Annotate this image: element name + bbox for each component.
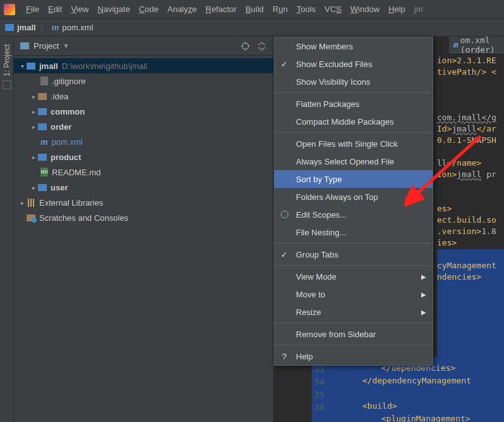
menu-file[interactable]: File bbox=[22, 0, 44, 19]
project-panel-header: Project ▼ bbox=[14, 37, 273, 56]
tree-item-pom[interactable]: mpom.xml bbox=[14, 134, 273, 149]
tree-external-libraries[interactable]: ▸External Libraries bbox=[14, 195, 273, 210]
structure-tool-button[interactable] bbox=[3, 80, 11, 89]
project-panel-title[interactable]: Project bbox=[34, 41, 59, 51]
project-icon bbox=[20, 42, 29, 49]
editor-tab-label: om.xml (order) bbox=[460, 37, 504, 54]
chevron-down-icon[interactable]: ▼ bbox=[63, 42, 69, 49]
menu-file-nesting[interactable]: File Nesting... bbox=[274, 223, 433, 241]
tree-root[interactable]: ▾ jmall D:\work\me\github\jmall bbox=[14, 58, 273, 73]
module-icon bbox=[38, 108, 47, 115]
tree-item-idea[interactable]: ▸.idea bbox=[14, 89, 273, 104]
gutter-line-36: 36 bbox=[305, 402, 324, 412]
menu-resize[interactable]: Resize▶ bbox=[274, 303, 433, 321]
menu-show-members[interactable]: Show Members bbox=[274, 37, 433, 55]
menu-build[interactable]: Build bbox=[241, 0, 268, 19]
menu-show-excluded[interactable]: ✓Show Excluded Files bbox=[274, 55, 433, 73]
svg-point-0 bbox=[242, 43, 249, 49]
tree-item-order[interactable]: ▸order bbox=[14, 119, 273, 134]
menu-single-click[interactable]: Open Files with Single Click bbox=[274, 135, 433, 152]
menu-extra[interactable]: jm bbox=[410, 0, 427, 19]
menu-tools[interactable]: Tools bbox=[292, 0, 320, 19]
code-text: tivePath/> < bbox=[437, 67, 496, 77]
submenu-arrow-icon: ▶ bbox=[421, 309, 426, 316]
maven-icon: m bbox=[40, 137, 48, 147]
project-panel: Project ▼ ▾ jmall D:\work\me\github\jmal… bbox=[14, 37, 274, 422]
menu-edit-scopes[interactable]: Edit Scopes... bbox=[274, 206, 433, 223]
code-text: </dependencyManagement bbox=[362, 376, 504, 387]
menu-move-to[interactable]: Move to▶ bbox=[274, 285, 433, 303]
code-text: ies> bbox=[437, 238, 504, 249]
code-text: com.jmall</g bbox=[437, 113, 496, 122]
locate-icon[interactable] bbox=[240, 41, 250, 51]
check-icon: ✓ bbox=[281, 59, 288, 69]
menu-separator bbox=[274, 243, 433, 244]
code-text: es> bbox=[437, 204, 504, 215]
folder-icon bbox=[38, 93, 47, 100]
tree-item-user[interactable]: ▸user bbox=[14, 180, 273, 195]
tree-scratches[interactable]: Scratches and Consoles bbox=[14, 210, 273, 225]
tree-item-gitignore[interactable]: .gitignore bbox=[14, 73, 273, 89]
breadcrumb-project[interactable]: jmall bbox=[17, 23, 36, 32]
menu-analyze[interactable]: Analyze bbox=[163, 0, 201, 19]
menu-view[interactable]: View bbox=[66, 0, 93, 19]
maven-icon: m bbox=[52, 23, 59, 32]
menu-compact[interactable]: Compact Middle Packages bbox=[274, 113, 433, 130]
scratch-icon bbox=[27, 214, 35, 221]
code-text: ndencies> bbox=[437, 272, 504, 283]
menu-flatten[interactable]: Flatten Packages bbox=[274, 95, 433, 113]
breadcrumb-sep-icon: 〉 bbox=[40, 22, 48, 34]
menu-vcs[interactable]: VCS bbox=[320, 0, 346, 19]
check-icon: ✓ bbox=[281, 250, 288, 259]
library-icon bbox=[27, 199, 35, 207]
collapse-arrow-icon[interactable]: ▸ bbox=[29, 93, 38, 100]
main-menu-bar: File Edit View Navigate Code Analyze Ref… bbox=[0, 0, 504, 19]
menu-folders-top[interactable]: Folders Always on Top bbox=[274, 188, 433, 206]
module-icon bbox=[38, 184, 47, 191]
menu-window[interactable]: Window bbox=[346, 0, 384, 19]
radio-icon bbox=[281, 211, 288, 218]
menu-separator bbox=[274, 345, 433, 345]
menu-help[interactable]: Help bbox=[384, 0, 410, 19]
gutter-line-33: 33 bbox=[305, 364, 324, 374]
module-icon bbox=[38, 123, 47, 130]
code-text: <build> bbox=[362, 401, 504, 413]
expand-arrow-icon[interactable]: ▾ bbox=[18, 63, 27, 70]
menu-code[interactable]: Code bbox=[135, 0, 163, 19]
code-text: cyManagement bbox=[437, 261, 496, 270]
collapse-icon[interactable] bbox=[257, 41, 267, 51]
menu-separator bbox=[274, 265, 433, 266]
menu-separator bbox=[274, 323, 433, 323]
menu-edit[interactable]: Edit bbox=[44, 0, 66, 19]
help-icon: ? bbox=[282, 352, 286, 361]
menu-navigate[interactable]: Navigate bbox=[93, 0, 134, 19]
module-icon bbox=[38, 154, 47, 161]
code-text: ect.build.so bbox=[437, 215, 496, 225]
menu-run[interactable]: Run bbox=[268, 0, 292, 19]
project-tree[interactable]: ▾ jmall D:\work\me\github\jmall .gitigno… bbox=[14, 56, 273, 422]
menu-group-tabs[interactable]: ✓Group Tabs bbox=[274, 245, 433, 263]
submenu-arrow-icon: ▶ bbox=[421, 273, 426, 280]
submenu-arrow-icon: ▶ bbox=[421, 291, 426, 298]
menu-refactor[interactable]: Refactor bbox=[201, 0, 241, 19]
code-text: ion>2.3.1.RE bbox=[437, 56, 496, 65]
menu-separator bbox=[274, 92, 433, 93]
module-icon bbox=[27, 63, 35, 70]
menu-always-select[interactable]: Always Select Opened File bbox=[274, 152, 433, 170]
menu-help[interactable]: ?Help bbox=[274, 347, 433, 365]
project-tool-button[interactable]: 1: Project bbox=[3, 44, 11, 77]
gutter-line-35: 35 bbox=[305, 390, 324, 399]
menu-view-mode[interactable]: View Mode▶ bbox=[274, 268, 433, 285]
tree-item-common[interactable]: ▸common bbox=[14, 104, 273, 119]
menu-show-visibility[interactable]: Show Visibility Icons bbox=[274, 73, 433, 90]
tree-item-readme[interactable]: MDREADME.md bbox=[14, 164, 273, 180]
code-text: 0.0.1-SNAPSH bbox=[437, 135, 504, 147]
tree-item-product[interactable]: ▸product bbox=[14, 149, 273, 164]
editor-tab[interactable]: mom.xml (order) bbox=[449, 37, 504, 53]
markdown-icon: MD bbox=[40, 168, 48, 177]
menu-remove-sidebar[interactable]: Remove from Sidebar bbox=[274, 325, 433, 343]
breadcrumb-file[interactable]: pom.xml bbox=[62, 23, 93, 32]
gutter-line-34: 34 bbox=[305, 377, 324, 387]
menu-sort-by-type[interactable]: Sort by Type bbox=[274, 170, 433, 188]
tool-window-bar-left: 1: Project bbox=[0, 37, 14, 422]
